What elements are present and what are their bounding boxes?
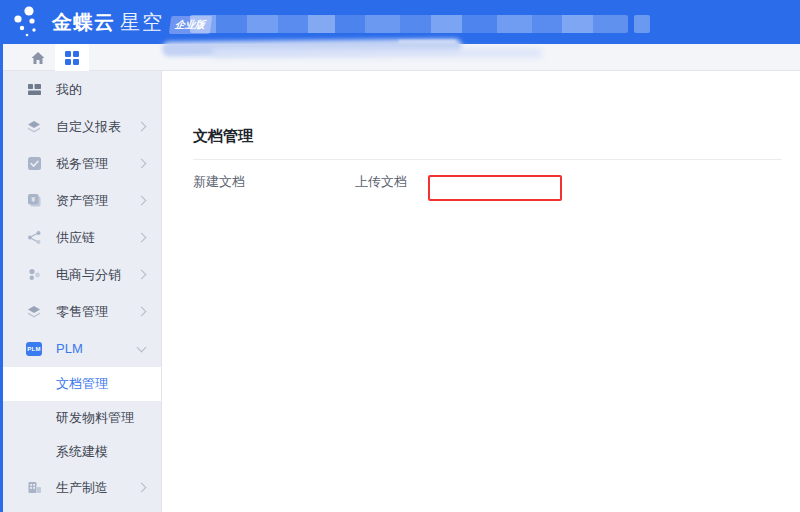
- sidebar-item-retail[interactable]: 零售管理: [0, 293, 161, 330]
- sidebar-item-label: 自定义报表: [56, 118, 121, 136]
- brand-name-bold: 金蝶云: [52, 9, 115, 36]
- top-header: 金蝶云 星空 企业版: [0, 0, 800, 44]
- upload-target-highlight-box[interactable]: [428, 175, 562, 201]
- brand-name-light: 星空: [120, 9, 164, 36]
- sidebar-item-label: 电商与分销: [56, 266, 121, 284]
- main-content: 文档管理 新建文档 上传文档: [163, 71, 800, 512]
- chevron-down-icon: [137, 342, 147, 352]
- chevron-right-icon: [137, 307, 147, 317]
- tab-bar: [0, 44, 800, 71]
- svg-text:¥: ¥: [31, 196, 35, 203]
- sidebar-item-tax[interactable]: 税务管理: [0, 145, 161, 182]
- sidebar-item-label: 零售管理: [56, 303, 108, 321]
- home-tab[interactable]: [26, 44, 50, 71]
- briefcase-grid-icon: [26, 82, 42, 98]
- brand-logo: 金蝶云 星空 企业版: [12, 0, 211, 44]
- chevron-right-icon: [137, 122, 147, 132]
- page-title: 文档管理: [193, 127, 253, 146]
- redacted-header-text: [190, 15, 628, 33]
- chevron-right-icon: [137, 233, 147, 243]
- sidebar-subitem-system-modeling[interactable]: 系统建模: [0, 435, 161, 469]
- layers-icon: [26, 304, 42, 320]
- title-divider: [193, 159, 782, 160]
- sidebar-item-label: 资产管理: [56, 192, 108, 210]
- chevron-right-icon: [137, 270, 147, 280]
- sidebar-item-assets[interactable]: ¥ 资产管理: [0, 182, 161, 219]
- sidebar-item-ecommerce[interactable]: 电商与分销: [0, 256, 161, 293]
- sidebar-item-my[interactable]: 我的: [0, 71, 161, 108]
- upload-document-link[interactable]: 上传文档: [355, 173, 407, 191]
- chevron-right-icon: [137, 196, 147, 206]
- sidebar-item-supply-chain[interactable]: 供应链: [0, 219, 161, 256]
- sidebar-item-label: 生产制造: [56, 479, 108, 497]
- sidebar-item-custom-reports[interactable]: 自定义报表: [0, 108, 161, 145]
- sidebar-item-manufacturing[interactable]: 生产制造: [0, 469, 161, 506]
- sidebar-item-plm[interactable]: PLM PLM: [0, 330, 161, 367]
- apps-grid-icon: [65, 51, 79, 65]
- window-left-edge: [0, 0, 3, 512]
- layers-icon: [26, 119, 42, 135]
- new-document-link[interactable]: 新建文档: [193, 173, 245, 191]
- sidebar-subitem-document-management[interactable]: 文档管理: [0, 367, 161, 401]
- apps-tab-active[interactable]: [55, 44, 89, 71]
- sidebar-subitem-rd-material[interactable]: 研发物料管理: [0, 401, 161, 435]
- share-network-icon: [26, 230, 42, 246]
- sidebar-menu: 我的 自定义报表 税务管理: [0, 71, 162, 512]
- app-window: 金蝶云 星空 企业版: [0, 0, 800, 512]
- chevron-right-icon: [137, 483, 147, 493]
- chevron-right-icon: [137, 159, 147, 169]
- sidebar-item-label: PLM: [56, 341, 83, 356]
- home-icon: [30, 50, 46, 66]
- sidebar-item-label: 税务管理: [56, 155, 108, 173]
- sidebar-item-label: 供应链: [56, 229, 95, 247]
- redacted-header-text-small: [634, 15, 650, 33]
- factory-icon: [26, 480, 42, 496]
- cluster-dots-icon: [26, 267, 42, 283]
- sidebar-item-label: 我的: [56, 81, 82, 99]
- kingdee-dots-icon: [12, 4, 46, 42]
- check-square-icon: [26, 156, 42, 172]
- plm-badge-icon: PLM: [26, 341, 42, 357]
- asset-cards-icon: ¥: [26, 193, 42, 209]
